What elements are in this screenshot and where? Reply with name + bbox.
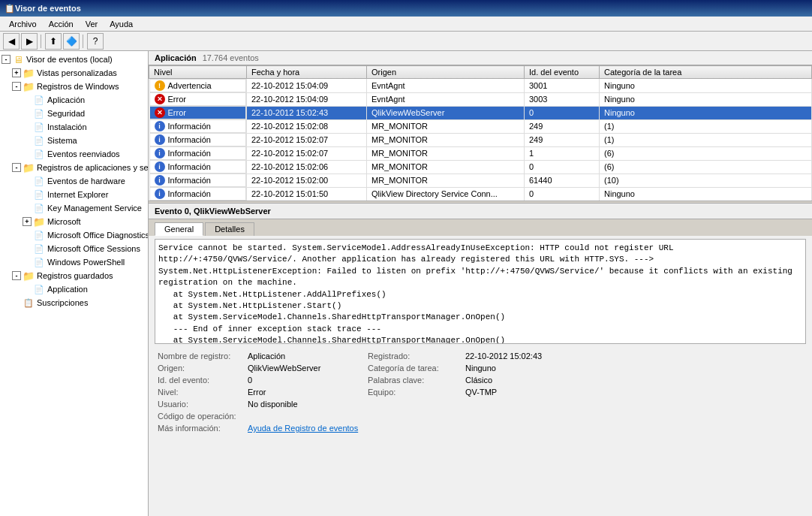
tree-item-eventos-reen[interactable]: 📄 Eventos reenviados bbox=[0, 147, 148, 161]
tree-spacer-windows-ps bbox=[23, 258, 32, 267]
cell-date: 22-10-2012 15:02:06 bbox=[247, 160, 367, 174]
col-id[interactable]: Id. del evento bbox=[525, 66, 600, 79]
tree-item-vistas[interactable]: + 📁 Vistas personalizadas bbox=[0, 66, 148, 80]
label-palabras-clave: Palabras clave: bbox=[365, 374, 462, 386]
tree-spacer-internet-exp bbox=[23, 190, 32, 199]
table-row[interactable]: ✕Error 22-10-2012 15:04:09 EvntAgnt 3003… bbox=[149, 92, 812, 106]
tree-item-instalacion[interactable]: 📄 Instalación bbox=[0, 120, 148, 134]
table-row[interactable]: ✕Error 22-10-2012 15:02:43 QlikViewWebSe… bbox=[149, 106, 812, 119]
folder-regguardados-icon: 📁 bbox=[23, 270, 35, 282]
tree-label-seguridad: Seguridad bbox=[47, 109, 85, 118]
tree-label-aplicacion: Aplicación bbox=[47, 95, 85, 104]
log-windows-ps-icon: 📄 bbox=[33, 256, 45, 268]
info-icon: i bbox=[155, 161, 165, 172]
tab-general[interactable]: General bbox=[155, 222, 203, 236]
label-id-evento: Id. del evento: bbox=[155, 374, 245, 386]
cell-level: iInformación bbox=[149, 174, 247, 187]
tree-item-reg-apps[interactable]: - 📁 Registros de aplicaciones y serv... bbox=[0, 161, 148, 174]
tab-detalles[interactable]: Detalles bbox=[205, 222, 254, 236]
tree-label-kms: Key Management Service bbox=[47, 204, 142, 213]
tree-expand-microsoft[interactable]: + bbox=[23, 217, 32, 226]
cell-category: (10) bbox=[600, 174, 812, 187]
toolbar-back[interactable]: ◀ bbox=[3, 33, 20, 50]
table-row[interactable]: iInformación 22-10-2012 15:02:07 MR_MONI… bbox=[149, 133, 812, 146]
menu-ayuda[interactable]: Ayuda bbox=[104, 18, 139, 30]
main-container: - 🖥 Visor de eventos (local) + 📁 Vistas … bbox=[0, 51, 812, 516]
cell-source: MR_MONITOR bbox=[367, 119, 525, 133]
tree-item-ms-office-sess[interactable]: 📄 Microsoft Office Sessions bbox=[0, 242, 148, 255]
cell-id: 249 bbox=[525, 119, 600, 133]
table-row[interactable]: iInformación 22-10-2012 15:01:50 QlikVie… bbox=[149, 187, 812, 201]
tree-item-app-saved[interactable]: 📄 Application bbox=[0, 282, 148, 296]
toolbar-forward[interactable]: ▶ bbox=[21, 33, 38, 50]
detail-field-row-5: Usuario: No disponible bbox=[155, 398, 806, 410]
cell-level: iInformación bbox=[149, 146, 247, 160]
table-row[interactable]: iInformación 22-10-2012 15:02:06 MR_MONI… bbox=[149, 160, 812, 174]
table-row[interactable]: iInformación 22-10-2012 15:02:00 MR_MONI… bbox=[149, 174, 812, 187]
table-row[interactable]: iInformación 22-10-2012 15:02:08 MR_MONI… bbox=[149, 119, 812, 133]
col-fecha[interactable]: Fecha y hora bbox=[247, 66, 367, 79]
table-row[interactable]: iInformación 22-10-2012 15:02:07 MR_MONI… bbox=[149, 146, 812, 160]
tree-label-hardware: Eventos de hardware bbox=[47, 177, 125, 186]
tree-expand-reg-apps[interactable]: - bbox=[12, 163, 21, 172]
tree-item-internet-exp[interactable]: 📄 Internet Explorer bbox=[0, 188, 148, 201]
tree-item-root[interactable]: - 🖥 Visor de eventos (local) bbox=[0, 53, 148, 66]
detail-field-row-1: Nombre de registro: Aplicación Registrad… bbox=[155, 350, 806, 362]
value-equipo: QV-TMP bbox=[462, 386, 806, 398]
link-ayuda[interactable]: Ayuda de Registro de eventos bbox=[248, 424, 358, 433]
label-equipo: Equipo: bbox=[365, 386, 462, 398]
menu-accion[interactable]: Acción bbox=[43, 18, 80, 30]
menu-bar: Archivo Acción Ver Ayuda bbox=[0, 17, 812, 32]
warning-icon: ! bbox=[155, 80, 165, 91]
event-table: Nivel Fecha y hora Origen Id. del evento… bbox=[149, 65, 812, 201]
tree-item-microsoft[interactable]: + 📁 Microsoft bbox=[0, 215, 148, 228]
toolbar-action2[interactable]: 🔷 bbox=[63, 33, 80, 50]
tree-spacer-ms-office-diag bbox=[23, 231, 32, 240]
toolbar-help[interactable]: ? bbox=[87, 33, 104, 50]
col-origen[interactable]: Origen bbox=[367, 66, 525, 79]
tree-item-aplicacion[interactable]: 📄 Aplicación bbox=[0, 93, 148, 107]
title-bar: 📋 Visor de eventos bbox=[0, 0, 812, 17]
tree-item-kms[interactable]: 📄 Key Management Service bbox=[0, 201, 148, 215]
tree-label-app-saved: Application bbox=[47, 285, 88, 294]
menu-ver[interactable]: Ver bbox=[80, 18, 104, 30]
info-icon: i bbox=[155, 148, 165, 158]
error-icon: ✕ bbox=[155, 94, 165, 104]
tree-item-hardware[interactable]: 📄 Eventos de hardware bbox=[0, 174, 148, 188]
cell-source: MR_MONITOR bbox=[367, 146, 525, 160]
log-sistema-icon: 📄 bbox=[33, 134, 45, 146]
col-nivel[interactable]: Nivel bbox=[149, 66, 247, 79]
detail-message-area[interactable]: Service cannot be started. System.Servic… bbox=[155, 239, 806, 344]
tree-expand-reg-guardados[interactable]: - bbox=[12, 271, 21, 280]
folder-regwindows-icon: 📁 bbox=[23, 80, 35, 92]
tree-spacer-eventos-reen bbox=[23, 149, 32, 158]
cell-date: 22-10-2012 15:02:08 bbox=[247, 119, 367, 133]
tree-label-reg-apps: Registros de aplicaciones y serv... bbox=[37, 163, 149, 172]
tree-item-ms-office-diag[interactable]: 📄 Microsoft Office Diagnostics bbox=[0, 228, 148, 242]
event-table-container[interactable]: Nivel Fecha y hora Origen Id. del evento… bbox=[149, 65, 812, 201]
cell-id: 3003 bbox=[525, 92, 600, 106]
tree-item-windows-ps[interactable]: 📄 Windows PowerShell bbox=[0, 255, 148, 269]
tree-item-seguridad[interactable]: 📄 Seguridad bbox=[0, 107, 148, 120]
cell-source: MR_MONITOR bbox=[367, 133, 525, 146]
log-ms-office-diag-icon: 📄 bbox=[33, 229, 45, 241]
table-row[interactable]: !Advertencia 22-10-2012 15:04:09 EvntAgn… bbox=[149, 79, 812, 93]
toolbar-action1[interactable]: ⬆ bbox=[45, 33, 62, 50]
tree-item-reg-guardados[interactable]: - 📁 Registros guardados bbox=[0, 269, 148, 282]
tree-item-reg-windows[interactable]: - 📁 Registros de Windows bbox=[0, 80, 148, 93]
tree-spacer-seguridad bbox=[23, 109, 32, 118]
tree-item-suscripciones[interactable]: 📋 Suscripciones bbox=[0, 296, 148, 309]
tree-item-sistema[interactable]: 📄 Sistema bbox=[0, 134, 148, 147]
col-categoria[interactable]: Categoría de la tarea bbox=[600, 66, 812, 79]
detail-field-row-6: Código de operación: bbox=[155, 410, 806, 422]
value-id-evento: 0 bbox=[245, 374, 365, 386]
value-categoria-area: Ninguno bbox=[462, 362, 806, 374]
right-pane: Aplicación 17.764 eventos Nivel Fecha y … bbox=[149, 51, 812, 516]
tree-expand-vistas[interactable]: + bbox=[12, 68, 21, 77]
label-mas-info: Más información: bbox=[155, 422, 245, 434]
cell-id: 61440 bbox=[525, 174, 600, 187]
menu-archivo[interactable]: Archivo bbox=[3, 18, 43, 30]
tree-expand-reg-windows[interactable]: - bbox=[12, 82, 21, 91]
tree-expand-root[interactable]: - bbox=[2, 55, 11, 64]
tree-label-windows-ps: Windows PowerShell bbox=[47, 258, 125, 267]
